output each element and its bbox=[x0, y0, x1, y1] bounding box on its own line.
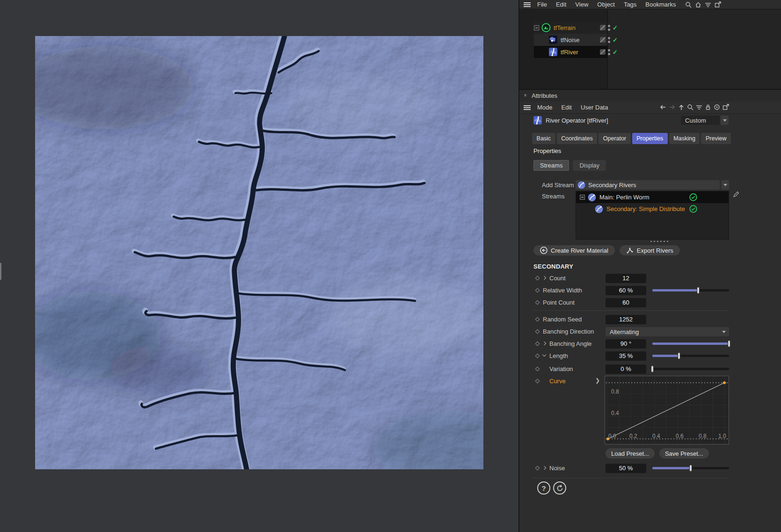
menu-icon[interactable] bbox=[524, 2, 531, 3]
tree-resize-grip[interactable] bbox=[650, 240, 669, 242]
menu-tags[interactable]: Tags bbox=[624, 1, 636, 8]
layer-toggle-icon[interactable] bbox=[600, 25, 606, 30]
enabled-check-icon[interactable]: ✓ bbox=[613, 24, 618, 31]
search-icon[interactable] bbox=[685, 1, 692, 8]
menu-user-data[interactable]: User Data bbox=[581, 104, 608, 111]
object-name[interactable]: tfRiver bbox=[561, 49, 578, 56]
relative-width-slider[interactable] bbox=[652, 289, 729, 292]
forward-arrow-icon[interactable] bbox=[669, 104, 676, 110]
home-icon[interactable] bbox=[695, 1, 701, 8]
menu-edit[interactable]: Edit bbox=[562, 104, 572, 111]
menu-edit[interactable]: Edit bbox=[556, 1, 566, 8]
new-window-icon[interactable] bbox=[723, 104, 729, 110]
stream-item-main[interactable]: Main: Perlin Worm bbox=[576, 191, 729, 203]
visibility-dots-icon[interactable] bbox=[608, 49, 610, 55]
count-field[interactable]: 12 bbox=[606, 274, 646, 283]
enabled-check-icon[interactable]: ✓ bbox=[613, 36, 618, 44]
add-stream-combo[interactable]: Secondary Rivers bbox=[576, 180, 720, 189]
add-stream-dropdown-arrow[interactable] bbox=[721, 180, 729, 189]
menu-bookmarks[interactable]: Bookmarks bbox=[645, 1, 676, 8]
curve-point-end[interactable] bbox=[723, 381, 726, 384]
tab-coordinates[interactable]: Coordinates bbox=[557, 133, 598, 144]
stream-enabled-icon[interactable] bbox=[689, 205, 697, 213]
keyframe-diamond-icon[interactable] bbox=[535, 342, 540, 346]
collapse-icon[interactable] bbox=[580, 195, 585, 200]
create-river-material-button[interactable]: Create River Material bbox=[533, 245, 615, 255]
relative-width-field[interactable]: 60 % bbox=[606, 286, 646, 295]
layer-toggle-icon[interactable] bbox=[600, 49, 606, 55]
preset-dropdown[interactable]: Custom bbox=[681, 116, 720, 125]
chevron-right-icon[interactable] bbox=[542, 342, 546, 345]
terrain-preview[interactable] bbox=[35, 36, 483, 469]
chevron-down-icon[interactable] bbox=[542, 353, 546, 357]
attribute-object-header: River Operator [tfRiver] Custom bbox=[519, 114, 781, 126]
chevron-right-icon[interactable] bbox=[542, 466, 546, 470]
preset-dropdown-arrow[interactable] bbox=[721, 116, 729, 125]
tab-masking[interactable]: Masking bbox=[669, 133, 700, 144]
subtab-streams[interactable]: Streams bbox=[533, 160, 569, 171]
layer-toggle-icon[interactable] bbox=[600, 37, 606, 43]
chevron-right-icon[interactable]: ❯ bbox=[595, 377, 600, 384]
keyframe-diamond-icon[interactable] bbox=[535, 288, 540, 293]
keyframe-diamond-icon[interactable] bbox=[535, 317, 540, 322]
noise-slider[interactable] bbox=[652, 467, 729, 469]
new-window-icon[interactable] bbox=[715, 1, 721, 8]
length-field[interactable]: 35 % bbox=[606, 351, 646, 361]
banching-angle-slider[interactable] bbox=[652, 343, 729, 345]
tab-basic[interactable]: Basic bbox=[532, 133, 555, 144]
keyframe-diamond-icon[interactable] bbox=[535, 276, 540, 281]
menu-object[interactable]: Object bbox=[597, 1, 615, 8]
banching-angle-field[interactable]: 90 ° bbox=[606, 339, 646, 349]
variation-field[interactable]: 0 % bbox=[606, 364, 646, 374]
keyframe-diamond-icon[interactable] bbox=[535, 354, 540, 358]
object-row-tfnoise[interactable]: tfNoise ✓ bbox=[534, 34, 607, 46]
stream-item-secondary[interactable]: Secondary: Simple Distribute bbox=[576, 203, 729, 215]
save-preset-button[interactable]: Save Preset... bbox=[659, 448, 709, 459]
filter-icon[interactable] bbox=[705, 1, 711, 8]
viewport[interactable] bbox=[0, 0, 518, 532]
noise-field[interactable]: 50 % bbox=[606, 464, 646, 473]
enabled-check-icon[interactable]: ✓ bbox=[613, 49, 618, 56]
variation-slider[interactable] bbox=[652, 368, 729, 370]
keyframe-diamond-icon[interactable] bbox=[535, 379, 540, 384]
subtab-display[interactable]: Display bbox=[573, 160, 606, 171]
target-icon[interactable] bbox=[714, 104, 720, 110]
stream-enabled-icon[interactable] bbox=[689, 193, 697, 201]
load-preset-button[interactable]: Load Preset... bbox=[606, 448, 655, 459]
tab-preview[interactable]: Preview bbox=[701, 133, 731, 144]
keyframe-diamond-icon[interactable] bbox=[535, 300, 540, 305]
close-icon[interactable]: × bbox=[524, 92, 527, 99]
visibility-dots-icon[interactable] bbox=[608, 37, 610, 43]
pick-stream-pen-icon[interactable] bbox=[732, 190, 740, 198]
reset-icon[interactable] bbox=[553, 481, 566, 495]
divider bbox=[533, 310, 729, 311]
lock-icon[interactable] bbox=[705, 104, 711, 110]
tab-properties[interactable]: Properties bbox=[632, 133, 668, 144]
random-seed-field[interactable]: 1252 bbox=[606, 315, 646, 324]
object-row-tfterrain[interactable]: tfTerrain ✓ bbox=[534, 22, 607, 34]
banching-direction-dropdown[interactable]: Alternating bbox=[606, 327, 729, 336]
keyframe-diamond-icon[interactable] bbox=[535, 329, 540, 334]
object-row-tfriver[interactable]: tfRiver ✓ bbox=[534, 46, 607, 58]
keyframe-diamond-icon[interactable] bbox=[535, 367, 540, 372]
menu-view[interactable]: View bbox=[575, 1, 588, 8]
collapse-icon[interactable] bbox=[534, 25, 539, 30]
menu-icon[interactable] bbox=[524, 105, 531, 106]
keyframe-diamond-icon[interactable] bbox=[535, 466, 540, 471]
object-name[interactable]: tfTerrain bbox=[554, 24, 576, 31]
menu-mode[interactable]: Mode bbox=[537, 104, 553, 111]
menu-file[interactable]: File bbox=[537, 1, 547, 8]
length-slider[interactable] bbox=[652, 355, 729, 357]
help-icon[interactable]: ? bbox=[537, 481, 550, 495]
object-name[interactable]: tfNoise bbox=[561, 36, 579, 44]
curve-editor[interactable]: 0.8 0.4 0.0 0.2 0.4 0.6 0.8 1.0 bbox=[605, 376, 729, 445]
export-rivers-button[interactable]: Export Rivers bbox=[620, 245, 680, 255]
up-arrow-icon[interactable] bbox=[678, 104, 685, 110]
tab-operator[interactable]: Operator bbox=[599, 133, 630, 144]
visibility-dots-icon[interactable] bbox=[608, 25, 610, 31]
back-arrow-icon[interactable] bbox=[659, 104, 666, 110]
point-count-field[interactable]: 60 bbox=[606, 298, 646, 307]
search-icon[interactable] bbox=[687, 104, 693, 110]
chevron-right-icon[interactable] bbox=[542, 276, 546, 280]
filter-icon[interactable] bbox=[696, 104, 702, 110]
